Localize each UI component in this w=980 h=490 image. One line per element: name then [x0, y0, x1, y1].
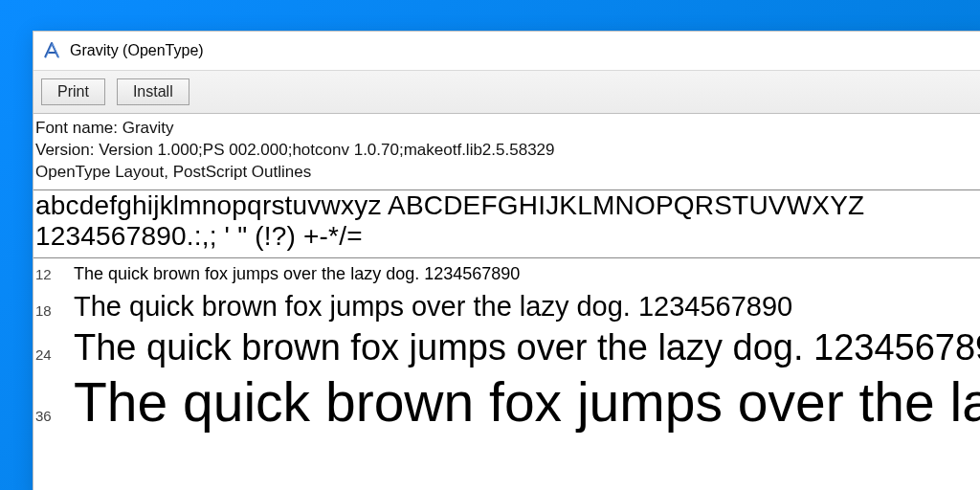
font-preview-window: Gravity (OpenType) Print Install Font na…: [33, 31, 980, 490]
sample-text: The quick brown fox jumps over the lazy …: [74, 260, 520, 288]
font-name-line: Font name: Gravity: [35, 118, 980, 140]
charset-digits-symbols: 1234567890.:,; ' " (!?) +-*/=: [35, 221, 980, 252]
size-label: 18: [35, 302, 60, 319]
font-metadata: Font name: Gravity Version: Version 1.00…: [33, 114, 980, 190]
size-label: 12: [35, 266, 60, 282]
window-title: Gravity (OpenType): [70, 42, 204, 59]
character-set: abcdefghijklmnopqrstuvwxyz ABCDEFGHIJKLM…: [33, 190, 980, 258]
install-button[interactable]: Install: [117, 78, 189, 105]
sample-row: 18 The quick brown fox jumps over the la…: [35, 288, 980, 325]
sample-row: 12 The quick brown fox jumps over the la…: [35, 260, 980, 288]
print-button[interactable]: Print: [41, 78, 105, 105]
layout-line: OpenType Layout, PostScript Outlines: [35, 162, 980, 184]
size-label: 36: [35, 408, 60, 424]
sample-text: The quick brown fox jumps over the lazy …: [74, 325, 980, 371]
sample-text: The quick brown fox jumps over the lazy …: [74, 371, 980, 434]
sample-row: 24 The quick brown fox jumps over the la…: [35, 325, 980, 371]
toolbar: Print Install: [33, 70, 980, 114]
sample-list: 12 The quick brown fox jumps over the la…: [33, 258, 980, 490]
charset-lowercase-uppercase: abcdefghijklmnopqrstuvwxyz ABCDEFGHIJKLM…: [35, 190, 980, 221]
version-line: Version: Version 1.000;PS 002.000;hotcon…: [35, 140, 980, 162]
sample-text: The quick brown fox jumps over the lazy …: [74, 288, 792, 325]
sample-row: 36 The quick brown fox jumps over the la…: [35, 371, 980, 434]
titlebar[interactable]: Gravity (OpenType): [33, 32, 980, 70]
font-file-icon: [41, 40, 62, 61]
size-label: 24: [35, 346, 60, 363]
